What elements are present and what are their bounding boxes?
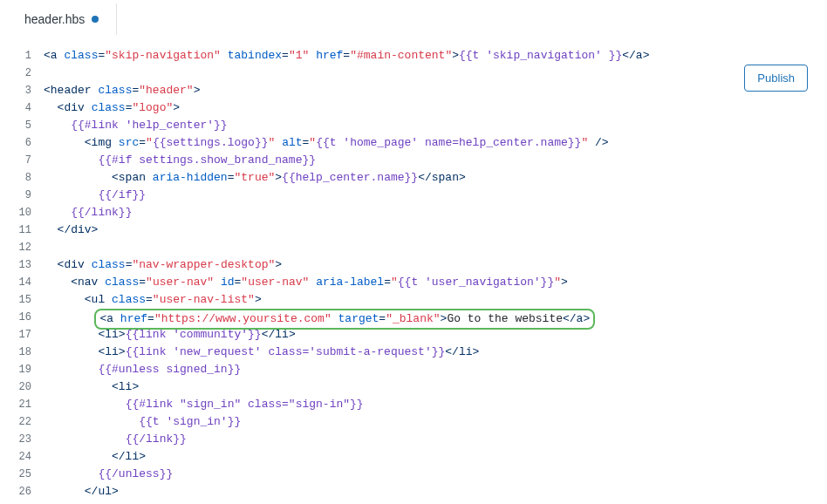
token-hbs: {{t 'sign_in'}} — [139, 415, 241, 428]
line-number: 7 — [0, 152, 31, 169]
token-attr-val: " — [554, 276, 561, 289]
token-tag: </li> — [112, 450, 146, 463]
token-tag: = — [146, 293, 153, 306]
code-line[interactable]: {{#link 'help_center'}} — [44, 117, 827, 134]
line-number: 18 — [0, 344, 31, 361]
token-txt — [112, 136, 119, 149]
line-number: 23 — [0, 431, 31, 448]
token-attr-name: tabindex — [228, 49, 282, 62]
token-attr-name: aria-hidden — [153, 171, 228, 184]
token-attr-val: "nav-wrapper-desktop" — [132, 258, 275, 271]
code-line[interactable]: {{#link "sign_in" class="sign-in"}} — [44, 396, 827, 413]
token-attr-name: id — [221, 276, 235, 289]
line-number: 1 — [0, 47, 31, 65]
line-number: 26 — [0, 483, 31, 501]
token-tag: > — [255, 293, 262, 306]
token-attr-val: "true" — [234, 171, 275, 184]
code-line[interactable]: {{t 'sign_in'}} — [44, 413, 827, 431]
code-line[interactable] — [44, 239, 827, 256]
token-attr-val: " — [146, 136, 153, 149]
file-tab[interactable]: header.hbs — [14, 5, 109, 33]
token-txt — [113, 312, 120, 325]
code-line[interactable]: {{/if}} — [44, 187, 827, 204]
token-tag: <img — [85, 136, 112, 149]
code-line[interactable]: {{#unless signed_in}} — [44, 361, 827, 378]
token-tag: <ul — [85, 293, 105, 306]
token-hbs: {{t 'home_page' name=help_center.name}} — [316, 136, 581, 149]
token-attr-val: "#main-content" — [350, 49, 452, 62]
code-line[interactable]: <span aria-hidden="true">{{help_center.n… — [44, 169, 827, 187]
token-hbs: {{link 'community'}} — [126, 328, 262, 341]
code-area[interactable]: <a class="skip-navigation" tabindex="1" … — [44, 47, 827, 501]
token-tag: = — [343, 49, 350, 62]
line-number: 14 — [0, 274, 31, 291]
code-line[interactable]: {{/link}} — [44, 204, 827, 221]
token-attr-val: "1" — [289, 49, 309, 62]
code-line[interactable]: <a class="skip-navigation" tabindex="1" … — [44, 47, 827, 65]
token-tag: </li> — [445, 345, 479, 358]
token-attr-val: "_blank" — [386, 312, 440, 325]
tab-filename: header.hbs — [24, 12, 85, 26]
token-tag: </div> — [58, 223, 99, 236]
token-attr-name: class — [105, 276, 139, 289]
line-number: 3 — [0, 82, 31, 99]
line-number: 21 — [0, 396, 31, 413]
token-attr-name: target — [338, 312, 379, 325]
token-tag: > — [561, 276, 568, 289]
code-line[interactable]: <div class="logo"> — [44, 99, 827, 117]
code-line[interactable]: <li>{{link 'new_request' class='submit-a… — [44, 344, 827, 361]
line-number: 6 — [0, 134, 31, 152]
token-txt — [85, 101, 92, 114]
publish-button[interactable]: Publish — [744, 65, 808, 92]
code-line[interactable]: {{/unless}} — [44, 466, 827, 483]
token-hbs: {{link 'new_request' class='submit-a-req… — [126, 345, 446, 358]
code-line[interactable]: {{#if settings.show_brand_name}} — [44, 152, 827, 169]
code-line[interactable]: </div> — [44, 221, 827, 239]
dirty-indicator-icon — [92, 16, 99, 23]
line-number: 13 — [0, 256, 31, 274]
token-tag: <li> — [98, 328, 125, 341]
line-number: 24 — [0, 448, 31, 466]
token-attr-name: href — [316, 49, 343, 62]
code-line[interactable]: </ul> — [44, 483, 827, 501]
token-tag: <span — [112, 171, 146, 184]
code-line[interactable]: <img src="{{settings.logo}}" alt="{{t 'h… — [44, 134, 827, 152]
line-number: 11 — [0, 221, 31, 239]
token-attr-name: class — [92, 101, 126, 114]
token-attr-val: " — [391, 276, 398, 289]
token-hbs: {{/if}} — [98, 188, 146, 201]
token-tag: </a> — [622, 49, 649, 62]
token-attr-val: "user-nav" — [241, 276, 309, 289]
token-tag: > — [275, 258, 282, 271]
token-txt — [214, 276, 221, 289]
token-hbs: {{help_center.name}} — [282, 171, 418, 184]
code-line[interactable]: {{/link}} — [44, 431, 827, 448]
code-line[interactable]: </li> — [44, 448, 827, 466]
token-hbs: {{#link 'help_center'}} — [71, 119, 227, 132]
token-hbs: {{/link}} — [126, 432, 187, 446]
line-number: 5 — [0, 117, 31, 134]
token-attr-name: class — [64, 49, 98, 62]
token-tag: <a — [44, 49, 58, 62]
token-attr-name: class — [112, 293, 146, 306]
token-attr-val: "user-nav-list" — [153, 293, 255, 306]
code-line[interactable]: <a href="https://www.yoursite.com" targe… — [44, 309, 827, 326]
token-hbs: {{t 'user_navigation'}} — [398, 276, 554, 289]
code-line[interactable]: <div class="nav-wrapper-desktop"> — [44, 256, 827, 274]
code-line[interactable] — [44, 65, 827, 82]
code-line[interactable]: <nav class="user-nav" id="user-nav" aria… — [44, 274, 827, 291]
token-txt — [588, 136, 595, 149]
token-hbs: {{/unless}} — [98, 467, 173, 480]
token-txt — [85, 258, 92, 271]
code-line[interactable]: <ul class="user-nav-list"> — [44, 291, 827, 309]
code-line[interactable]: <header class="header"> — [44, 82, 827, 99]
code-line[interactable]: <li> — [44, 378, 827, 396]
tab-separator — [116, 3, 117, 35]
token-tag: > — [194, 84, 201, 97]
token-tag: = — [379, 312, 386, 325]
token-tag: <nav — [71, 276, 98, 289]
token-tag: = — [384, 276, 391, 289]
token-tag: > — [452, 49, 459, 62]
token-tag: /> — [595, 136, 609, 149]
code-editor[interactable]: 1234567891011121314151617181920212223242… — [0, 38, 827, 501]
